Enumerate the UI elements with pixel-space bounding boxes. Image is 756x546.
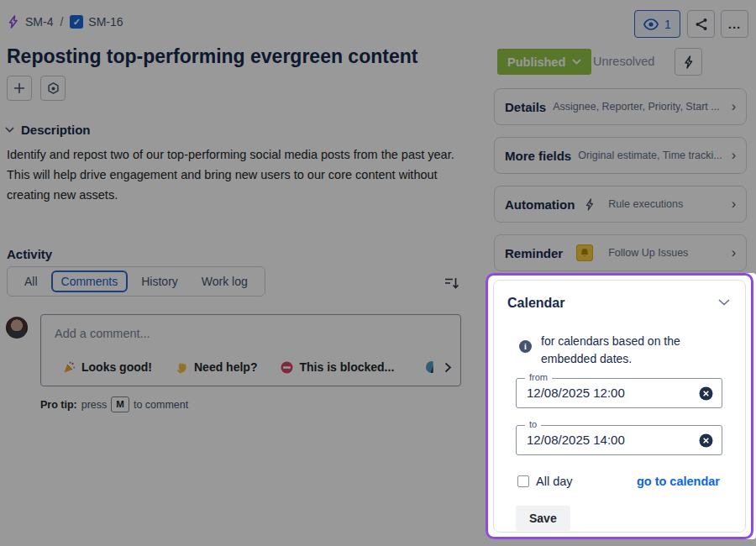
info-icon: i: [519, 340, 532, 353]
clear-from-button[interactable]: [699, 386, 713, 401]
calendar-spotlight: Calendar i for calendars based on the em…: [486, 273, 756, 539]
all-day-checkbox[interactable]: [517, 475, 529, 487]
calendar-info-text: for calendars based on the embedded date…: [541, 333, 701, 368]
go-to-calendar-link[interactable]: go to calendar: [637, 475, 720, 488]
all-day-label: All day: [536, 475, 573, 488]
calendar-collapse-button[interactable]: [718, 299, 730, 306]
calendar-title: Calendar: [507, 296, 564, 311]
from-date-input[interactable]: from 12/08/2025 12:00: [516, 378, 722, 408]
calendar-panel: Calendar i for calendars based on the em…: [493, 280, 746, 533]
to-date-input[interactable]: to 12/08/2025 14:00: [516, 425, 722, 455]
to-field-label: to: [525, 419, 541, 429]
all-day-option[interactable]: All day: [517, 475, 573, 488]
from-field-label: from: [525, 372, 552, 382]
to-field-value: 12/08/2025 14:00: [527, 433, 625, 447]
save-button[interactable]: Save: [516, 506, 570, 531]
clear-to-button[interactable]: [699, 433, 713, 448]
allday-row: All day go to calendar: [517, 475, 720, 488]
from-field-value: 12/08/2025 12:00: [527, 386, 625, 400]
issue-page: SM-4 / ✓ SM-16 1 ... Reposting top-perfo…: [0, 0, 756, 546]
